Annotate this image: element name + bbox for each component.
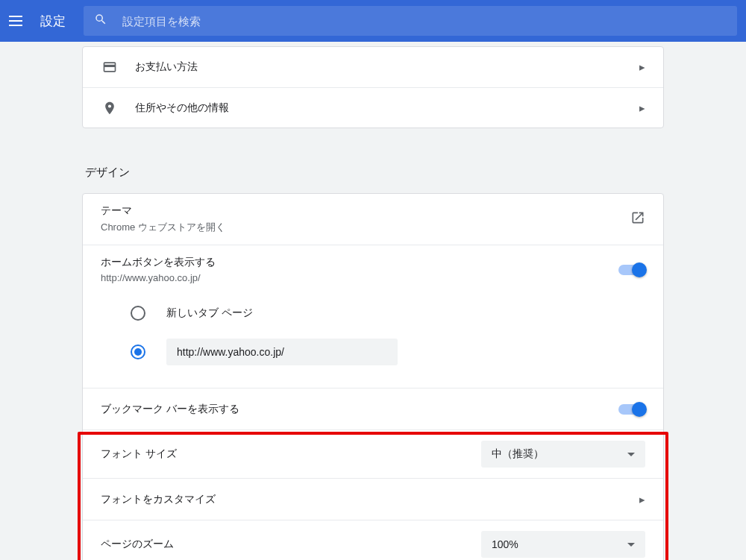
- home-button-radio-group: 新しいタブ ページ http://www.yahoo.co.jp/: [83, 294, 663, 388]
- radio-checked-icon: [131, 345, 145, 359]
- page-zoom-row: ページのズーム 100%: [83, 520, 663, 560]
- home-button-row: ホームボタンを表示する http://www.yahoo.co.jp/: [83, 245, 663, 294]
- design-heading: デザイン: [82, 128, 664, 189]
- page-title: 設定: [40, 13, 66, 30]
- design-card: テーマ Chrome ウェブストアを開く ホームボタンを表示する http://…: [82, 193, 664, 560]
- chevron-right-icon: ▸: [639, 493, 645, 506]
- bookmark-bar-toggle[interactable]: [618, 404, 645, 415]
- radio-newtab[interactable]: 新しいタブ ページ: [101, 297, 645, 330]
- search-field[interactable]: [84, 6, 737, 36]
- chevron-right-icon: ▸: [639, 101, 645, 115]
- autofill-card: お支払い方法 ▸ 住所やその他の情報 ▸: [82, 46, 664, 128]
- font-size-label: フォント サイズ: [101, 447, 481, 461]
- search-input[interactable]: [122, 15, 727, 28]
- home-button-subtitle: http://www.yahoo.co.jp/: [101, 272, 618, 283]
- payment-methods-row[interactable]: お支払い方法 ▸: [83, 47, 663, 87]
- payment-label: お支払い方法: [135, 60, 639, 74]
- address-label: 住所やその他の情報: [135, 101, 639, 115]
- page-zoom-label: ページのズーム: [101, 538, 481, 551]
- font-size-select[interactable]: 中（推奨）: [481, 441, 645, 468]
- location-pin-icon: [101, 101, 119, 116]
- page-zoom-value: 100%: [492, 538, 518, 550]
- credit-card-icon: [101, 60, 119, 75]
- open-in-new-icon: [630, 210, 645, 228]
- home-button-title: ホームボタンを表示する: [101, 256, 618, 269]
- home-button-toggle[interactable]: [618, 265, 645, 275]
- theme-row[interactable]: テーマ Chrome ウェブストアを開く: [83, 194, 663, 245]
- customize-fonts-label: フォントをカスタマイズ: [101, 493, 639, 506]
- font-size-value: 中（推奨）: [492, 447, 544, 461]
- dropdown-arrow-icon: [627, 453, 635, 456]
- bookmark-bar-label: ブックマーク バーを表示する: [101, 403, 618, 416]
- page-zoom-select[interactable]: 100%: [481, 531, 645, 558]
- chevron-right-icon: ▸: [639, 60, 645, 74]
- search-icon: [94, 13, 107, 29]
- dropdown-arrow-icon: [627, 543, 635, 547]
- radio-newtab-label: 新しいタブ ページ: [166, 306, 253, 320]
- home-url-input[interactable]: http://www.yahoo.co.jp/: [166, 339, 398, 365]
- bookmark-bar-row: ブックマーク バーを表示する: [83, 388, 663, 430]
- radio-unchecked-icon: [131, 306, 145, 321]
- font-size-row: フォント サイズ 中（推奨）: [83, 430, 663, 478]
- theme-subtitle: Chrome ウェブストアを開く: [101, 221, 630, 234]
- theme-title: テーマ: [101, 204, 630, 218]
- settings-header: 設定: [0, 0, 746, 42]
- addresses-row[interactable]: 住所やその他の情報 ▸: [83, 87, 663, 128]
- menu-icon[interactable]: [9, 12, 27, 30]
- customize-fonts-row[interactable]: フォントをカスタマイズ ▸: [83, 478, 663, 520]
- radio-custom-url[interactable]: http://www.yahoo.co.jp/: [101, 330, 645, 374]
